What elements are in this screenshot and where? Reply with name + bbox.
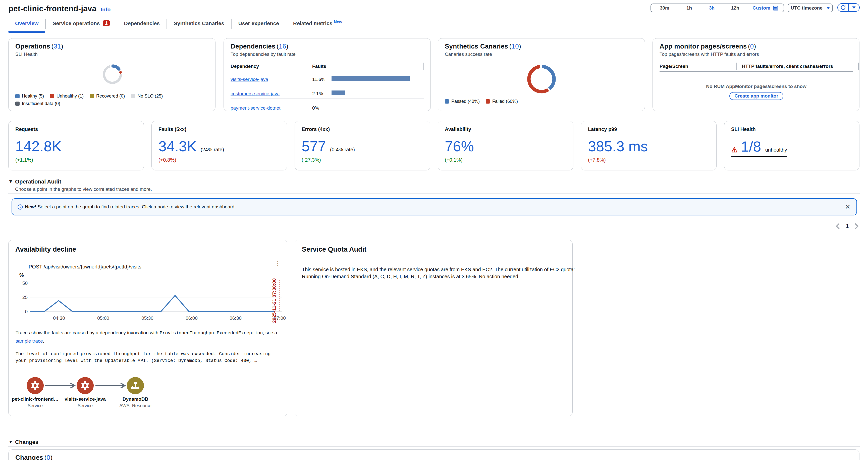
- svg-text:06:30: 06:30: [229, 315, 242, 321]
- svg-text:50: 50: [22, 281, 28, 286]
- svg-text:0: 0: [25, 309, 28, 314]
- svg-text:25: 25: [22, 295, 28, 300]
- svg-text:2025-11-21 07:00:00: 2025-11-21 07:00:00: [272, 278, 277, 323]
- svg-text:05:00: 05:00: [97, 315, 109, 321]
- svg-text:06:00: 06:00: [186, 315, 198, 321]
- svg-text:04:30: 04:30: [53, 315, 65, 321]
- svg-text:05:30: 05:30: [142, 315, 153, 321]
- svg-text:%: %: [19, 272, 24, 278]
